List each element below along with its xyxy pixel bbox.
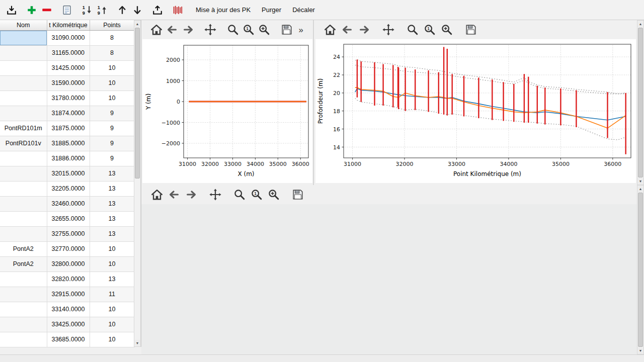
- scroll-down-icon[interactable]: ▼: [637, 178, 643, 185]
- table-row[interactable]: 32755.000013: [0, 226, 134, 241]
- cell-nom[interactable]: PontRD101v: [0, 136, 47, 151]
- cell-pk[interactable]: 33685.0000: [47, 332, 90, 347]
- cell-nom[interactable]: [0, 332, 47, 347]
- sort-descending-button[interactable]: 19: [79, 3, 95, 18]
- table-row[interactable]: 31425.000010: [0, 60, 134, 75]
- cell-pk[interactable]: 31090.0000: [47, 30, 90, 45]
- cell-pk[interactable]: 32205.0000: [47, 181, 90, 196]
- zoom-region-button[interactable]: [439, 22, 454, 37]
- home-button[interactable]: [149, 187, 165, 202]
- move-down-button[interactable]: [130, 3, 145, 18]
- table-row[interactable]: 31780.000010: [0, 90, 134, 106]
- cell-nom[interactable]: [0, 317, 47, 332]
- cell-pk[interactable]: 31875.0000: [47, 121, 90, 136]
- table-row[interactable]: 32820.000013: [0, 272, 134, 287]
- home-button[interactable]: [323, 22, 338, 37]
- table-row[interactable]: PontA232800.000010: [0, 256, 134, 272]
- cell-nom[interactable]: [0, 90, 47, 106]
- cell-points[interactable]: 13: [90, 196, 134, 211]
- cell-pk[interactable]: 31590.0000: [47, 75, 90, 90]
- cell-points[interactable]: 11: [90, 287, 134, 302]
- zoom-rect-button[interactable]: [405, 22, 420, 37]
- cell-nom[interactable]: [0, 196, 47, 211]
- table-row[interactable]: 31874.00009: [0, 106, 134, 121]
- cell-nom[interactable]: PontA2: [0, 256, 47, 272]
- edit-button[interactable]: [59, 3, 74, 18]
- cell-pk[interactable]: 31165.0000: [47, 45, 90, 60]
- cell-nom[interactable]: [0, 106, 47, 121]
- zoom-region-button[interactable]: [266, 187, 281, 202]
- back-button[interactable]: [167, 187, 182, 202]
- profile-chart-canvas[interactable]: 3100032000330003400035000360001416182022…: [315, 39, 636, 183]
- cell-nom[interactable]: [0, 60, 47, 75]
- cell-nom[interactable]: [0, 287, 47, 302]
- forward-button[interactable]: [181, 22, 195, 37]
- cell-nom[interactable]: [0, 302, 47, 317]
- forward-button[interactable]: [357, 22, 372, 37]
- home-button[interactable]: [149, 22, 163, 37]
- cell-points[interactable]: 9: [90, 121, 134, 136]
- charts-scrollbar[interactable]: ▲ ▼: [637, 20, 644, 185]
- zoom-region-button[interactable]: [258, 22, 271, 37]
- save-figure-button[interactable]: [290, 187, 305, 202]
- cell-points[interactable]: 13: [90, 211, 134, 226]
- zoom-one-button[interactable]: 1: [422, 22, 437, 37]
- cell-points[interactable]: 9: [90, 136, 134, 151]
- scrollbar-thumb[interactable]: [135, 28, 140, 178]
- sort-ascending-button[interactable]: 19: [95, 3, 110, 18]
- cell-points[interactable]: 10: [90, 75, 134, 90]
- table-row[interactable]: 33685.000010: [0, 332, 134, 347]
- cell-pk[interactable]: 33140.0000: [47, 302, 90, 317]
- table-row[interactable]: 31090.00008: [0, 30, 134, 45]
- table-row[interactable]: 32655.000013: [0, 211, 134, 226]
- back-button[interactable]: [165, 22, 179, 37]
- table-row[interactable]: 32015.000013: [0, 166, 134, 181]
- zoom-one-button[interactable]: 1: [249, 187, 264, 202]
- cell-points[interactable]: 13: [90, 166, 134, 181]
- scrollbar-thumb[interactable]: [638, 28, 643, 177]
- cell-pk[interactable]: 31885.0000: [47, 136, 90, 151]
- cell-points[interactable]: 10: [90, 256, 134, 272]
- move-up-button[interactable]: [115, 3, 130, 18]
- bottom-scrollbar[interactable]: ▲ ▼: [637, 185, 644, 354]
- scroll-up-icon[interactable]: ▲: [637, 186, 643, 192]
- cell-points[interactable]: 13: [90, 181, 134, 196]
- cell-points[interactable]: 10: [90, 332, 134, 347]
- cell-pk[interactable]: 32800.0000: [47, 256, 90, 272]
- cell-points[interactable]: 9: [90, 106, 134, 121]
- cell-nom[interactable]: [0, 75, 47, 90]
- cell-pk[interactable]: 32915.0000: [47, 287, 90, 302]
- cell-pk[interactable]: 33425.0000: [47, 317, 90, 332]
- column-header-points[interactable]: Points: [90, 20, 134, 30]
- cell-points[interactable]: 13: [90, 272, 134, 287]
- cell-points[interactable]: 8: [90, 30, 134, 45]
- cell-nom[interactable]: [0, 226, 47, 241]
- table-row[interactable]: PontA232770.000010: [0, 241, 134, 256]
- table-row[interactable]: 33425.000010: [0, 317, 134, 332]
- cell-nom[interactable]: [0, 151, 47, 166]
- back-button[interactable]: [340, 22, 355, 37]
- zoom-rect-button[interactable]: [226, 22, 239, 37]
- scrollbar-thumb[interactable]: [638, 193, 643, 347]
- pan-button[interactable]: [208, 187, 223, 202]
- pan-button[interactable]: [381, 22, 396, 37]
- add-row-button[interactable]: [24, 3, 39, 18]
- scroll-up-icon[interactable]: ▲: [637, 21, 643, 27]
- save-figure-button[interactable]: [463, 22, 478, 37]
- cell-pk[interactable]: 32755.0000: [47, 226, 90, 241]
- scroll-down-icon[interactable]: ▼: [637, 347, 643, 354]
- save-figure-button[interactable]: [280, 22, 293, 37]
- cell-pk[interactable]: 31886.0000: [47, 151, 90, 166]
- cell-pk[interactable]: 32655.0000: [47, 211, 90, 226]
- cell-pk[interactable]: 31425.0000: [47, 60, 90, 75]
- table-row[interactable]: PontRD101v31885.00009: [0, 136, 134, 151]
- cell-points[interactable]: 8: [90, 45, 134, 60]
- table-row[interactable]: 32205.000013: [0, 181, 134, 196]
- cell-points[interactable]: 9: [90, 151, 134, 166]
- table-row[interactable]: 32460.000013: [0, 196, 134, 211]
- cell-nom[interactable]: PontRD101m: [0, 121, 47, 136]
- forward-button[interactable]: [184, 187, 199, 202]
- purger-button[interactable]: Purger: [258, 4, 285, 16]
- cell-pk[interactable]: 32820.0000: [47, 272, 90, 287]
- cell-points[interactable]: 10: [90, 302, 134, 317]
